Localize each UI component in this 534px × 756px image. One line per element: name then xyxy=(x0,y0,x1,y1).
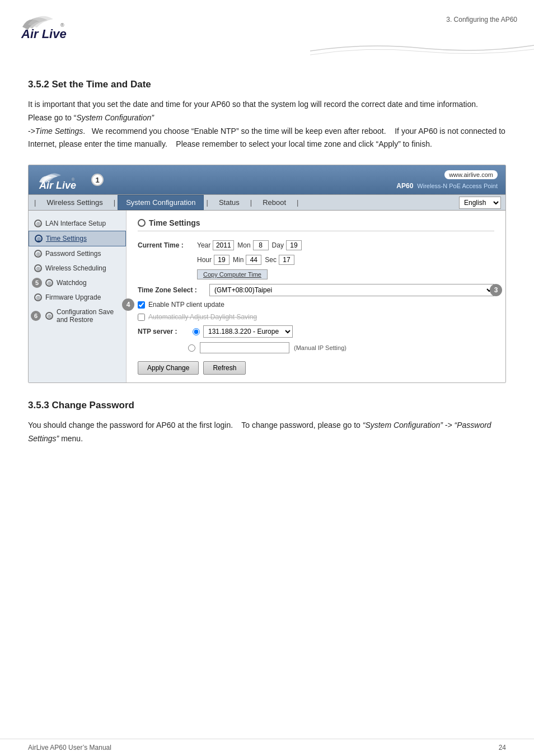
panel-section-icon xyxy=(138,219,146,227)
ntp-checkbox[interactable] xyxy=(138,301,145,309)
footer-left: AirLive AP60 User’s Manual xyxy=(28,744,111,752)
sidebar-icon-sched: ◎ xyxy=(34,264,42,272)
sidebar-item-config-save[interactable]: 6 ◎ Configuration Save and Restore xyxy=(29,305,126,327)
dst-checkbox-label: Automatically Adjust Daylight Saving xyxy=(148,313,257,321)
device-desc: Wireless-N PoE Access Point xyxy=(415,183,498,189)
sidebar-item-watchdog[interactable]: 5 ◎ Watchdog xyxy=(29,276,126,290)
section-353: 3.5.3 Change Password You should change … xyxy=(28,400,506,446)
ntp-server-row: NTP server : 131.188.3.220 - Europe time… xyxy=(138,325,494,338)
sidebar-icon-time: ◎ xyxy=(35,235,43,242)
section-353-title: 3.5.3 Change Password xyxy=(28,400,506,411)
min-label: Min xyxy=(233,256,243,264)
ntp-radio-group: 131.188.3.220 - Europe time.nist.gov - U… xyxy=(193,325,293,338)
panel-sidebar: ◎ LAN Interface Setup ◎ Time Settings ◎ … xyxy=(29,211,127,382)
nav-separator-4: | xyxy=(249,198,253,207)
ntp-server-label: NTP server : xyxy=(138,328,188,335)
hour-label: Hour xyxy=(197,256,212,264)
panel-topbar: Air Live ® 1 www.airlive.com AP60 Wirele… xyxy=(29,165,505,194)
sidebar-item-time[interactable]: ◎ Time Settings xyxy=(29,231,126,246)
sidebar-icon-watchdog: ◎ xyxy=(45,279,53,287)
airlive-logo: Air Live ® xyxy=(17,10,90,41)
badge-1: 1 xyxy=(91,174,104,186)
panel-logo-area: Air Live ® 1 xyxy=(36,170,104,190)
badge-6: 6 xyxy=(31,311,41,321)
sidebar-icon-firmware: ◎ xyxy=(34,293,42,301)
day-input[interactable] xyxy=(286,240,302,250)
dst-checkbox[interactable] xyxy=(138,314,145,321)
panel-url: www.airlive.com xyxy=(444,170,498,179)
sidebar-item-firmware[interactable]: ◎ Firmware Upgrade xyxy=(29,290,126,305)
sidebar-icon-lan: ◎ xyxy=(34,220,42,227)
mon-label: Mon xyxy=(237,241,250,249)
section-353-body: You should change the password for AP60 … xyxy=(28,419,506,446)
day-label: Day xyxy=(272,241,284,249)
manual-ntp-input[interactable] xyxy=(200,342,289,353)
ui-panel: Air Live ® 1 www.airlive.com AP60 Wirele… xyxy=(28,165,506,383)
ntp-radio-manual[interactable] xyxy=(188,344,195,352)
tz-label: Time Zone Select : xyxy=(138,286,205,294)
ntp-radio-select[interactable] xyxy=(193,328,200,335)
mon-field-group: Mon xyxy=(237,240,268,250)
min-field-group: Min xyxy=(233,255,261,265)
footer-right: 24 xyxy=(499,744,506,752)
mon-input[interactable] xyxy=(253,240,269,250)
sidebar-icon-password: ◎ xyxy=(34,250,42,258)
min-input[interactable] xyxy=(246,255,261,265)
nav-wireless-settings[interactable]: Wireless Settings xyxy=(38,195,111,210)
svg-text:Air Live: Air Live xyxy=(39,180,76,190)
tz-row: Time Zone Select : (GMT+08:00)Taipei (GM… xyxy=(138,284,494,296)
nav-separator-2: | xyxy=(113,198,116,207)
panel-main: Time Settings Current Time : Year Mon Da… xyxy=(127,211,505,382)
sec-label: Sec xyxy=(265,256,277,264)
manual-hint: (Manual IP Setting) xyxy=(294,344,346,351)
sidebar-icon-config-save: ◎ xyxy=(45,312,53,320)
language-select[interactable]: English Chinese xyxy=(459,197,501,209)
nav-reboot[interactable]: Reboot xyxy=(254,195,294,210)
current-time-row: Current Time : Year Mon Day xyxy=(138,240,494,250)
page-ref: 3. Configuring the AP60 xyxy=(446,10,517,24)
ntp-checkbox-label: Enable NTP client update xyxy=(148,301,224,309)
sidebar-item-password[interactable]: ◎ Password Settings xyxy=(29,246,126,261)
sidebar-item-lan[interactable]: ◎ LAN Interface Setup xyxy=(29,216,126,231)
badge-4: 4 xyxy=(122,298,134,311)
device-name: AP60 xyxy=(396,182,413,190)
panel-section-title: Time Settings xyxy=(138,218,494,231)
panel-topbar-right: www.airlive.com AP60 Wireless-N PoE Acce… xyxy=(396,170,498,190)
sec-input[interactable] xyxy=(279,255,294,265)
panel-navbar: | Wireless Settings | System Configurati… xyxy=(29,194,505,211)
button-row: Apply Change Refresh xyxy=(138,361,494,375)
nav-separator-1: | xyxy=(33,198,37,207)
section-352-title: 3.5.2 Set the Time and Date xyxy=(28,79,506,90)
year-input[interactable] xyxy=(213,240,234,250)
sec-field-group: Sec xyxy=(265,255,294,265)
year-label: Year xyxy=(197,241,210,249)
svg-text:®: ® xyxy=(72,178,75,181)
main-content: 3.5.2 Set the Time and Date It is import… xyxy=(0,62,534,470)
header-deco xyxy=(0,43,534,57)
hour-field-group: Hour xyxy=(197,255,229,265)
nav-system-config[interactable]: System Configuration xyxy=(118,195,204,210)
copy-time-row: Copy Computer Time xyxy=(138,269,494,279)
nav-separator-3: | xyxy=(205,198,209,207)
time-row: Hour Min Sec xyxy=(138,255,494,265)
ntp-checkbox-row: 4 Enable NTP client update xyxy=(138,301,494,309)
badge-5: 5 xyxy=(32,278,42,288)
hour-input[interactable] xyxy=(214,255,229,265)
current-time-label: Current Time : xyxy=(138,241,194,249)
badge-3: 3 xyxy=(490,284,502,296)
manual-ntp-row: (Manual IP Setting) xyxy=(138,342,494,353)
sidebar-item-wireless-sched[interactable]: ◎ Wireless Scheduling xyxy=(29,261,126,276)
nav-separator-5: | xyxy=(296,198,299,207)
ntp-server-select[interactable]: 131.188.3.220 - Europe time.nist.gov - U… xyxy=(203,325,293,338)
panel-airlive-logo: Air Live ® xyxy=(36,170,87,190)
svg-text:®: ® xyxy=(60,22,64,28)
refresh-button[interactable]: Refresh xyxy=(203,361,246,375)
svg-text:Air Live: Air Live xyxy=(21,27,67,41)
panel-body: 2 ◎ LAN Interface Setup ◎ Time Settings … xyxy=(29,211,505,382)
section-352-body: It is important that you set the date an… xyxy=(28,98,506,151)
apply-change-button[interactable]: Apply Change xyxy=(138,361,199,375)
nav-status[interactable]: Status xyxy=(210,195,248,210)
copy-time-btn[interactable]: Copy Computer Time xyxy=(197,269,268,279)
tz-select[interactable]: (GMT+08:00)Taipei (GMT+00:00)London (GMT… xyxy=(209,284,494,296)
year-field-group: Year xyxy=(197,240,234,250)
